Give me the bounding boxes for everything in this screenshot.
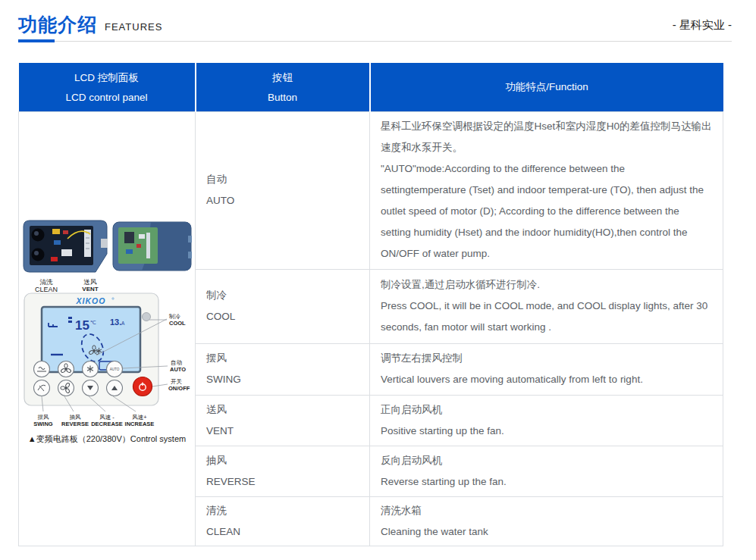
label-cool-cn: 制冷 [168,313,181,320]
label-reverse-cn: 抽风 [70,414,82,421]
auto-button-label: AUTO [110,368,120,371]
button-cell-reverse: 抽风 REVERSE [196,446,370,496]
function-desc-en: Reverse starting up the fan. [381,471,712,493]
function-desc-cn: 制冷设置,通过启动水循环进行制冷. [381,274,712,296]
function-cell-swing: 调节左右摆风控制 Vertical louvers are moving aut… [370,343,723,395]
label-cool-en: COOL [169,320,186,327]
lcd-current-value: 13. [110,318,121,327]
function-desc-en: Positive starting up the fan. [381,421,712,442]
function-desc-cn: 正向启动风机 [381,399,712,421]
function-desc-en: Press COOL, it will be in COOL mode, and… [381,296,712,338]
function-desc-cn: 星科工业环保空调根据设定的温度Hset和室内湿度H0的差值控制马达输出速度和水泵… [381,116,712,158]
button-label-en: AUTO [206,190,369,211]
button-cell-swing: 摆风 SWING [196,343,370,395]
button-label-cn: 抽风 [206,450,369,471]
header-function: 功能特点/Function [370,63,723,111]
button-label-cn: 清洗 [206,500,369,521]
features-table: LCD 控制面板 LCD control panel 按钮 Button 功能特… [18,63,723,546]
button-cell-auto: 自动 AUTO [196,111,370,269]
label-swing-cn: 摆风 [38,414,50,421]
label-clean-cn: 清洗 [40,278,54,286]
label-increase-en: INCREASE [125,421,155,427]
label-increase-cn: 风速+ [132,414,147,421]
label-onoff-cn: 开关 [171,378,183,385]
label-decrease-en: DECREASE [91,421,123,427]
label-clean-en: CLEAN [35,286,58,293]
function-cell-reverse: 反向启动风机 Reverse starting up the fan. [370,446,723,496]
button-label-cn: 送风 [206,399,369,421]
function-cell-clean: 清洗水箱 Cleaning the water tank [370,496,723,546]
function-desc-en: Cleaning the water tank [381,521,712,543]
page-header: 功能介绍 FEATURES - 星科实业 - [18,15,732,42]
header-button-cn: 按钮 [196,71,369,85]
clean-button [34,361,50,377]
button-label-cn: 自动 [206,169,369,190]
function-cell-cool: 制冷设置,通过启动水循环进行制冷. Press COOL, it will be… [370,269,723,343]
table-row: 清洗 CLEAN 送风 VENT XIKOO [19,111,723,269]
header-lcd-panel-cn: LCD 控制面板 [19,71,195,85]
label-vent-cn: 送风 [84,278,98,286]
function-desc-cn: 反向启动风机 [381,450,712,471]
label-onoff-en: ON/OFF [168,385,190,392]
header-button-en: Button [196,92,369,103]
xikoo-logo: XIKOO [76,296,106,305]
button-label-en: VENT [206,421,369,442]
button-cell-cool: 制冷 COOL [196,269,370,343]
title-underline [18,39,55,42]
label-reverse-en: REVERSE [61,421,89,427]
button-label-cn: 摆风 [206,348,369,369]
lcd-temp-unit: ℃ [90,320,96,325]
label-swing-en: SWING [33,421,53,427]
page-title: 功能介绍 [18,15,97,34]
function-desc-cn: 清洗水箱 [381,500,712,521]
label-decrease-cn: 风速 - [99,414,114,421]
header-button: 按钮 Button [196,63,370,111]
control-panel-photo: 清洗 CLEAN 送风 VENT XIKOO [20,217,193,449]
button-cell-clean: 清洗 CLEAN [196,496,370,546]
lcd-current-unit: A [121,321,125,326]
inverter-board-photo [24,221,108,272]
lcd-remote-panel: XIKOO 15 ℃ 13. A [24,293,167,405]
label-auto-cn: 自动 [171,359,183,366]
table-header-row: LCD 控制面板 LCD control panel 按钮 Button 功能特… [19,63,723,111]
header-function-label: 功能特点/Function [371,80,723,94]
label-auto-en: AUTO [170,366,186,373]
function-desc-en: Vertical louvers are moving automaticall… [381,369,712,390]
button-label-en: COOL [206,306,369,327]
label-vent-en: VENT [82,286,98,293]
function-desc-en: "AUTO"mode:According to the difference b… [381,158,712,264]
function-cell-vent: 正向启动风机 Positive starting up the fan. [370,395,723,446]
lcd-temp-value: 15 [75,318,89,333]
page-title-en: FEATURES [105,21,162,34]
function-cell-auto: 星科工业环保空调根据设定的温度Hset和室内湿度H0的差值控制马达输出速度和水泵… [370,111,723,269]
header-lcd-panel-en: LCD control panel [19,92,195,103]
control-panel-image-cell: 清洗 CLEAN 送风 VENT XIKOO [19,111,196,546]
panel-caption: ▲变频电路板（220/380V）Control system [28,434,186,443]
button-label-en: SWING [206,369,369,390]
button-label-en: REVERSE [206,471,369,493]
function-desc-cn: 调节左右摆风控制 [381,348,712,369]
power-button [133,377,152,396]
button-label-en: CLEAN [206,521,369,543]
brand-label: - 星科实业 - [673,18,732,34]
control-board-photo [113,222,192,271]
header-lcd-panel: LCD 控制面板 LCD control panel [19,63,196,111]
button-cell-vent: 送风 VENT [196,395,370,446]
button-label-cn: 制冷 [206,285,369,306]
cool-indicator-led [143,312,151,321]
